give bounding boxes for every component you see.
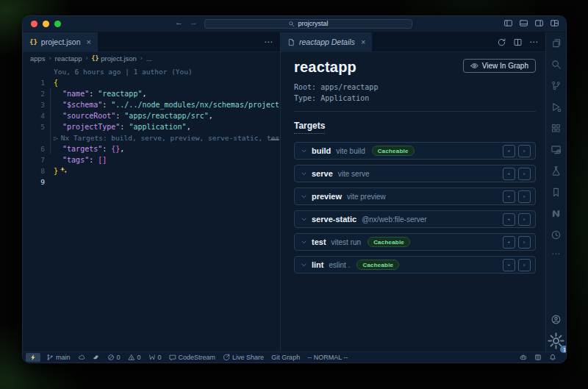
breadcrumb-item[interactable]: apps	[30, 54, 46, 63]
status-vim-mode[interactable]: -- NORMAL --	[304, 352, 351, 363]
run-target-button[interactable]	[518, 190, 531, 203]
status-git-branch[interactable]: main	[43, 352, 74, 363]
activity-more-icon[interactable]: ⋯	[546, 246, 566, 262]
status-panel-status[interactable]	[531, 354, 545, 361]
nx-console-icon	[551, 208, 562, 219]
target-row-build[interactable]: buildvite buildCacheable	[294, 142, 536, 160]
run-target-button[interactable]	[518, 259, 531, 271]
code-line: 6 "targets": {},	[23, 143, 280, 154]
chevron-down-icon[interactable]	[301, 216, 307, 223]
breadcrumb-item[interactable]: {}project.json	[92, 54, 137, 63]
status-notifications[interactable]	[545, 354, 560, 361]
activity-item-account[interactable]	[546, 309, 566, 330]
view-target-button[interactable]	[503, 236, 515, 249]
status-remote-indicator[interactable]	[26, 353, 40, 362]
target-row-serve[interactable]: servevite serve	[294, 165, 536, 182]
eye-icon	[508, 147, 510, 155]
line-number: 7	[23, 154, 54, 165]
editor-actions-more-icon[interactable]: ⋯	[264, 37, 273, 47]
warnings-icon	[128, 354, 135, 361]
forward-icon[interactable]: →	[190, 18, 198, 26]
refresh-icon[interactable]	[497, 38, 506, 47]
settings-badge: 1	[560, 346, 567, 353]
status-copilot[interactable]	[516, 354, 531, 361]
divider	[294, 111, 536, 112]
close-window-button[interactable]	[31, 21, 37, 27]
clock-icon	[551, 229, 562, 240]
chevron-down-icon[interactable]	[301, 239, 307, 246]
status-errors[interactable]: 0	[104, 352, 124, 363]
status-counter[interactable]: 0	[145, 352, 165, 363]
minimize-window-button[interactable]	[43, 21, 49, 27]
run-target-button[interactable]	[518, 145, 531, 157]
line-number: 6	[23, 143, 54, 154]
view-target-button[interactable]	[503, 190, 515, 203]
activity-item-explorer[interactable]	[546, 32, 566, 54]
status-warnings[interactable]: 0	[124, 352, 145, 363]
activity-item-run-debug[interactable]	[546, 96, 566, 118]
command-center-search[interactable]: projcrystal	[204, 19, 412, 29]
project-root-value: apps/reactapp	[320, 83, 378, 91]
chevron-down-icon[interactable]	[301, 262, 307, 268]
line-number: 2	[23, 88, 54, 99]
target-row-serve-static[interactable]: serve-static@nx/web:file-server	[294, 210, 536, 228]
breadcrumb-item[interactable]: reactapp	[55, 54, 82, 63]
target-row-preview[interactable]: previewvite preview	[294, 188, 536, 205]
activity-item-testing[interactable]	[546, 160, 566, 182]
tab-reactapp-details[interactable]: reactapp Details ×	[281, 32, 373, 51]
zoom-window-button[interactable]	[54, 21, 61, 27]
status-label: Live Share	[232, 354, 264, 361]
activity-item-extensions[interactable]	[546, 118, 566, 139]
nx-targets-codelens[interactable]: ▷Nx Targets: build, serve, preview, serv…	[23, 132, 280, 143]
view-target-button[interactable]	[503, 145, 515, 157]
target-command: vite build	[336, 147, 365, 155]
activity-item-clock[interactable]	[546, 224, 566, 246]
view-in-graph-button[interactable]: View In Graph	[463, 59, 536, 73]
target-row-lint[interactable]: linteslint .Cacheable	[294, 256, 536, 274]
view-target-button[interactable]	[503, 213, 515, 226]
view-target-button[interactable]	[503, 168, 515, 180]
code-line: 3 "$schema": "../../node_modules/nx/sche…	[23, 99, 280, 110]
view-target-button[interactable]	[503, 259, 515, 271]
status-extension-status[interactable]	[89, 352, 104, 363]
search-icon	[288, 21, 295, 27]
code-editor[interactable]: You, 6 hours ago | 1 author (You)1{2 "na…	[23, 64, 280, 351]
split-editor-icon[interactable]	[513, 38, 523, 47]
activity-item-nx-console[interactable]	[546, 203, 566, 224]
status-sync-status[interactable]	[74, 352, 89, 363]
tab-project-json[interactable]: {} project.json ×	[23, 32, 98, 51]
errors-icon	[107, 354, 115, 361]
layout-left-icon[interactable]	[503, 18, 513, 28]
run-target-button[interactable]	[518, 236, 531, 249]
chevron-down-icon[interactable]	[301, 193, 307, 200]
target-row-test[interactable]: testvitest runCacheable	[294, 233, 536, 251]
run-target-button[interactable]	[518, 168, 531, 180]
copilot-icon	[520, 354, 527, 361]
chevron-down-icon[interactable]	[301, 148, 307, 154]
line-number: 1	[23, 77, 54, 88]
run-target-button[interactable]	[518, 213, 531, 226]
layout-bottom-icon[interactable]	[519, 18, 528, 28]
code-line: 4 "sourceRoot": "apps/reactapp/src",	[23, 110, 280, 121]
chevron-down-icon[interactable]	[301, 171, 307, 177]
status-git-graph[interactable]: Git Graph	[268, 352, 304, 363]
close-tab-icon[interactable]: ×	[361, 38, 365, 46]
activity-item-bookmarks[interactable]	[546, 182, 566, 203]
layout-right-icon[interactable]	[534, 18, 544, 28]
breadcrumb-item[interactable]: ...	[146, 54, 152, 63]
play-icon	[523, 170, 526, 178]
status-codestream[interactable]: CodeStream	[165, 352, 220, 363]
back-icon[interactable]: ←	[175, 18, 183, 26]
status-live-share[interactable]: Live Share	[219, 352, 268, 363]
json-file-icon: {}	[92, 55, 99, 62]
close-tab-icon[interactable]: ×	[87, 38, 91, 46]
eye-icon	[508, 215, 510, 224]
activity-item-settings[interactable]: 1	[546, 330, 566, 351]
tabstrip-left: {} project.json × ⋯	[23, 32, 280, 52]
activity-item-remote-explorer[interactable]	[546, 139, 566, 160]
activity-item-source-control[interactable]	[546, 75, 566, 96]
layout-custom-icon[interactable]	[550, 18, 559, 28]
more-icon[interactable]: ⋯	[529, 37, 539, 47]
activity-item-search[interactable]	[546, 54, 566, 75]
bookmarks-icon	[551, 187, 562, 198]
